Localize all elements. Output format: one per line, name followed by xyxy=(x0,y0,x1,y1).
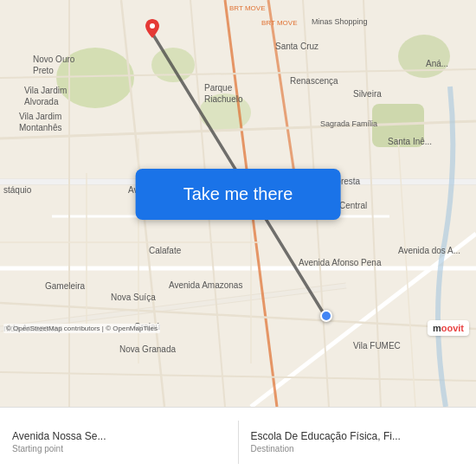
destination-section: Escola De Educação Física, Fi... Destina… xyxy=(239,423,477,460)
svg-point-30 xyxy=(150,23,155,29)
svg-point-1 xyxy=(56,48,134,108)
destination-sublabel: Destination xyxy=(251,444,465,453)
map-container: Minas Shopping Santa Cruz BRT MOVE BRT M… xyxy=(0,0,476,407)
svg-point-3 xyxy=(199,93,251,132)
origin-dot xyxy=(320,310,332,322)
svg-point-5 xyxy=(398,35,450,78)
destination-pin xyxy=(145,19,159,36)
moovit-logo: moovit xyxy=(428,320,469,336)
map-attribution: © OpenStreetMap contributors | © OpenMap… xyxy=(3,324,160,333)
origin-label: Avenida Nossa Se... xyxy=(12,430,226,442)
take-me-there-button[interactable]: Take me there xyxy=(136,169,341,220)
origin-sublabel: Starting point xyxy=(12,444,226,453)
bottom-bar: Avenida Nossa Se... Starting point Escol… xyxy=(0,407,476,476)
origin-section: Avenida Nossa Se... Starting point xyxy=(0,423,238,460)
destination-label: Escola De Educação Física, Fi... xyxy=(251,430,465,442)
